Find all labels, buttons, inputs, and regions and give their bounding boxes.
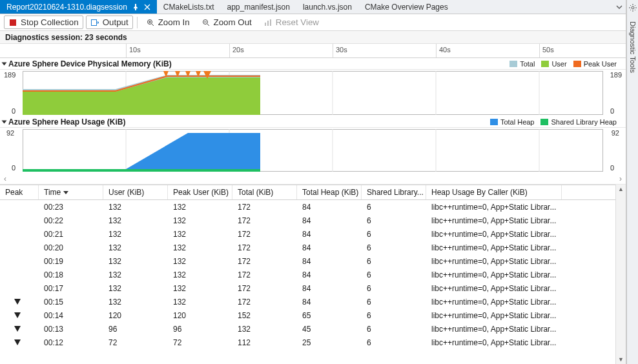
tab-cmake-overview[interactable]: CMake Overview Pages xyxy=(358,0,455,14)
chart2-plot[interactable]: 92 0 92 0 xyxy=(0,128,626,173)
close-icon[interactable] xyxy=(144,4,150,10)
svg-rect-5 xyxy=(267,21,269,26)
legend-swatch-totalheap xyxy=(490,119,498,125)
diagnostics-session-label: Diagnostics session: 23 seconds xyxy=(0,31,626,44)
reset-view-icon xyxy=(263,18,273,27)
peak-marker-icon xyxy=(14,312,21,318)
table-row[interactable]: 00:127272112256libc++runtime=0, App+Stat… xyxy=(0,336,615,349)
legend-swatch-sharedheap xyxy=(540,119,548,125)
col-total[interactable]: Total (KiB) xyxy=(232,185,297,199)
col-peak[interactable]: Peak xyxy=(0,185,39,199)
col-shared[interactable]: Shared Library... xyxy=(362,185,426,199)
sort-desc-icon xyxy=(63,191,68,194)
tab-label: Report20210624-1310.diagsession xyxy=(6,3,127,12)
svg-rect-4 xyxy=(265,23,266,26)
peak-marker-icon xyxy=(14,299,21,305)
toolbar: Stop Collection Output Zoom In Zoom Out … xyxy=(0,14,626,31)
svg-rect-1 xyxy=(91,19,96,25)
scroll-up-icon[interactable]: ▲ xyxy=(616,185,626,194)
table-row[interactable]: 00:23132132172846libc++runtime=0, App+St… xyxy=(0,200,615,214)
zoom-in-icon xyxy=(146,18,155,27)
gear-icon[interactable] xyxy=(629,4,637,14)
scroll-down-icon[interactable]: ▼ xyxy=(616,355,626,364)
chart2-legend: Total Heap Shared Library Heap xyxy=(490,118,623,126)
col-peakuser[interactable]: Peak User (KiB) xyxy=(168,185,232,199)
legend-swatch-peakuser xyxy=(573,61,581,67)
chart2-header[interactable]: Azure Sphere Heap Usage (KiB) Total Heap… xyxy=(0,116,626,128)
svg-rect-17 xyxy=(23,169,260,172)
chart1-header[interactable]: Azure Sphere Device Physical Memory (KiB… xyxy=(0,58,626,70)
collapse-icon xyxy=(2,120,7,123)
tab-cmakelists[interactable]: CMakeLists.txt xyxy=(157,0,221,14)
table-row[interactable]: 00:15132132172846libc++runtime=0, App+St… xyxy=(0,295,615,308)
svg-point-18 xyxy=(632,6,634,9)
chart1-plot[interactable]: 189 0 189 0 xyxy=(0,70,626,116)
col-time[interactable]: Time xyxy=(39,185,103,199)
table-row[interactable]: 00:21132132172846libc++runtime=0, App+St… xyxy=(0,227,615,241)
svg-line-25 xyxy=(635,5,635,6)
legend-swatch-user xyxy=(541,61,549,67)
zoom-in-button[interactable]: Zoom In xyxy=(141,15,194,29)
table-row[interactable]: 00:17132132172846libc++runtime=0, App+St… xyxy=(0,281,615,295)
svg-rect-6 xyxy=(270,19,271,26)
side-toolbar: Diagnostic Tools xyxy=(626,0,638,364)
pin-icon[interactable] xyxy=(132,4,139,10)
document-tabs: Report20210624-1310.diagsession CMakeLis… xyxy=(0,0,626,14)
legend-swatch-total xyxy=(509,61,517,67)
output-button[interactable]: Output xyxy=(86,15,133,29)
reset-view-button[interactable]: Reset View xyxy=(259,15,324,29)
timeline-scroll: ‹ › xyxy=(0,173,626,185)
table-row[interactable]: 00:18132132172846libc++runtime=0, App+St… xyxy=(0,268,615,281)
tab-overflow-dropdown[interactable] xyxy=(613,0,626,14)
diagnostic-tools-tab[interactable]: Diagnostic Tools xyxy=(629,21,637,73)
timeline-ruler[interactable]: 10s 20s 30s 40s 50s xyxy=(0,44,626,58)
output-icon xyxy=(90,18,99,27)
tab-app-manifest[interactable]: app_manifest.json xyxy=(221,0,296,14)
col-user[interactable]: User (KiB) xyxy=(103,185,168,199)
table-row[interactable]: 00:20132132172846libc++runtime=0, App+St… xyxy=(0,241,615,254)
tab-launch-json[interactable]: launch.vs.json xyxy=(296,0,358,14)
data-table: Peak Time User (KiB) Peak User (KiB) Tot… xyxy=(0,185,615,364)
svg-line-24 xyxy=(635,10,635,10)
collapse-icon xyxy=(2,62,7,65)
col-caller[interactable]: Heap Usage By Caller (KiB) xyxy=(426,185,562,199)
tab-active-report[interactable]: Report20210624-1310.diagsession xyxy=(0,0,157,14)
scroll-left-icon[interactable]: ‹ xyxy=(4,174,6,183)
stop-collection-button[interactable]: Stop Collection xyxy=(4,15,83,29)
chart1-legend: Total User Peak User xyxy=(509,60,623,68)
peak-marker-icon xyxy=(14,326,21,332)
stop-icon xyxy=(8,18,17,27)
table-row[interactable]: 00:139696132456libc++runtime=0, App+Stat… xyxy=(0,322,615,336)
svg-rect-0 xyxy=(10,19,16,26)
zoom-out-icon xyxy=(201,18,211,27)
svg-line-26 xyxy=(630,10,631,10)
table-row[interactable]: 00:19132132172846libc++runtime=0, App+St… xyxy=(0,254,615,268)
peak-marker-icon xyxy=(14,339,21,345)
svg-line-23 xyxy=(630,5,631,6)
table-header: Peak Time User (KiB) Peak User (KiB) Tot… xyxy=(0,185,615,200)
col-totalheap[interactable]: Total Heap (KiB) xyxy=(297,185,362,199)
table-row[interactable]: 00:14120120152656libc++runtime=0, App+St… xyxy=(0,308,615,322)
vertical-scrollbar[interactable]: ▲ ▼ xyxy=(615,185,626,364)
scroll-right-icon[interactable]: › xyxy=(619,174,622,183)
zoom-out-button[interactable]: Zoom Out xyxy=(197,15,256,29)
table-row[interactable]: 00:22132132172846libc++runtime=0, App+St… xyxy=(0,214,615,227)
